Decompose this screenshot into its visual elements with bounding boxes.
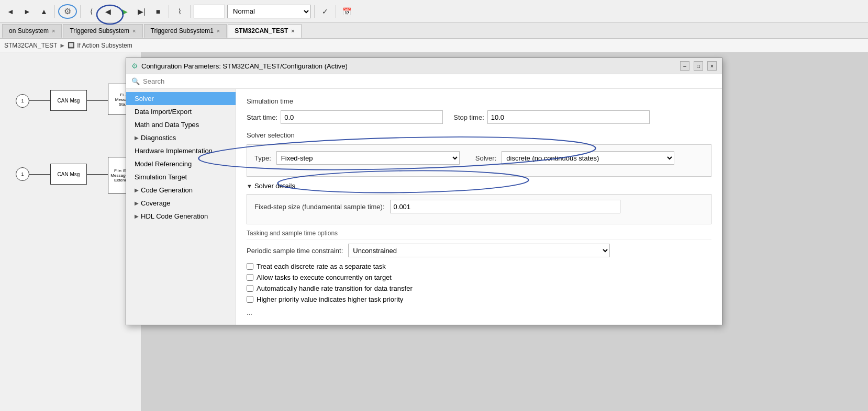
nav-item-hardware[interactable]: Hardware Implementation [126,144,236,157]
fixed-step-input[interactable] [390,200,620,213]
breadcrumb-root[interactable]: STM32CAN_TEST [4,42,57,49]
separator-3 [169,5,169,18]
nav-item-model-ref-label: Model Referencing [135,160,192,168]
tab-close-stm32[interactable]: × [291,28,294,34]
toolbar-btn-calendar[interactable]: 📅 [339,4,354,19]
nav-item-diagnostics-label: Diagnostics [141,134,176,142]
checkbox-3[interactable] [247,285,253,292]
search-input[interactable] [143,77,717,85]
breadcrumb-separator: ► [59,42,65,49]
nav-item-math-label: Math and Data Types [135,121,199,129]
toolbar-btn-stop[interactable]: ■ [151,4,165,19]
nav-item-math[interactable]: Math and Data Types [126,118,236,131]
inport-block-1[interactable]: 1 [16,94,29,108]
start-time-input[interactable] [281,110,443,124]
separator-1 [54,5,55,18]
separator-6 [336,5,336,18]
separator-5 [314,5,315,18]
checkbox-label-2: Allow tasks to execute concurrently on t… [257,273,392,281]
toolbar-btn-prev[interactable]: ⟨ [84,4,98,19]
search-bar: 🔍 [126,74,722,89]
fixed-step-label: Fixed-step size (fundamental sample time… [254,203,385,211]
ellipsis-row: ... [247,309,711,316]
toolbar-btn-back[interactable]: ◄ [3,4,18,19]
breadcrumb: STM32CAN_TEST ► 🔲 If Action Subsystem [0,39,868,52]
right-content: Simulation time Start time: Stop time: S… [236,89,722,325]
tab-triggered-subsystem1[interactable]: Triggered Subsystem1 × [144,24,227,38]
breadcrumb-child[interactable]: If Action Subsystem [77,42,132,49]
solver-details-arrow: ▼ [247,183,252,189]
dialog-title-icon: ⚙ [131,62,138,70]
solver-selection-box: Type: Fixed-step Solver: discrete (no co… [247,144,711,177]
checkbox-4[interactable] [247,296,253,303]
tab-label: Triggered Subsystem [70,27,129,35]
dialog-minimize-button[interactable]: – [680,61,689,71]
stop-time-group: Stop time: [453,110,650,124]
can-msg-block-1[interactable]: CAN Msg [50,90,87,111]
solver-details-box: Fixed-step size (fundamental sample time… [247,194,711,224]
nav-item-sim-target[interactable]: Simulation Target [126,170,236,184]
start-time-group: Start time: [247,110,443,124]
dialog-title-text: Configuration Parameters: STM32CAN_TEST/… [141,62,676,70]
tab-on-subsystem[interactable]: on Subsystem × [2,24,62,38]
nav-item-coverage-label: Coverage [141,199,170,207]
wire-2 [87,100,108,101]
toolbar-btn-scope[interactable]: ⌇ [172,4,187,19]
nav-item-hdl[interactable]: ▶ HDL Code Generation [126,210,236,223]
gear-button[interactable]: ⚙ [58,4,77,19]
checkbox-1[interactable] [247,263,253,270]
wire-3 [29,174,50,175]
tab-close-triggered1[interactable]: × [217,28,220,34]
checkbox-2[interactable] [247,274,253,281]
canvas-area: 1 CAN Msg Fi... Message Sta... 1 CAN Msg… [0,52,141,411]
nav-item-coverage[interactable]: ▶ Coverage [126,197,236,210]
tab-close-triggered[interactable]: × [132,28,136,34]
nav-item-code-gen[interactable]: ▶ Code Generation [126,184,236,197]
dialog-close-button[interactable]: × [707,61,717,71]
solver-selection-section-title: Solver selection [247,131,711,139]
toolbar-btn-step-fwd[interactable]: ▶| [134,4,149,19]
solver-select[interactable]: discrete (no continuous states) [502,151,674,165]
sim-mode-dropdown[interactable]: Normal [227,5,311,18]
nav-item-solver[interactable]: Solver [126,92,236,105]
toolbar-btn-step-back[interactable]: ◀ [101,4,115,19]
separator-2 [80,5,81,18]
toolbar: ◄ ► ▲ ⚙ ⟨ ◀ ▶ ▶| ■ ⌇ 10.0 Normal ✓ 📅 [0,0,868,23]
inport-label-2: 1 [21,172,24,177]
nav-item-solver-label: Solver [135,95,154,102]
tab-close-on-subsystem[interactable]: × [52,28,55,34]
checkbox-row-4: Higher priority value indicates higher t… [247,295,711,303]
start-time-label: Start time: [247,113,277,121]
toolbar-btn-forward[interactable]: ► [20,4,35,19]
tab-triggered-subsystem[interactable]: Triggered Subsystem × [63,24,142,38]
left-nav: Solver Data Import/Export Math and Data … [126,89,236,325]
nav-item-sim-target-label: Simulation Target [135,173,187,181]
solver-label: Solver: [475,154,496,162]
fixed-step-row: Fixed-step size (fundamental sample time… [254,200,704,213]
solver-details-header[interactable]: ▼ Solver details [247,182,711,190]
nav-arrow-hdl: ▶ [135,213,139,219]
tab-label: on Subsystem [9,27,49,35]
checkbox-row-1: Treat each discrete rate as a separate t… [247,262,711,270]
toolbar-btn-play[interactable]: ▶ [117,4,132,19]
nav-item-data-import[interactable]: Data Import/Export [126,105,236,118]
dialog-titlebar: ⚙ Configuration Parameters: STM32CAN_TES… [126,58,722,74]
checkbox-label-3: Automatically handle rate transition for… [257,284,413,292]
tab-stm32can-test[interactable]: STM32CAN_TEST × [228,24,301,38]
sim-time-input[interactable]: 10.0 [194,5,225,18]
can-msg-block-2[interactable]: CAN Msg [50,164,87,185]
checkbox-label-4: Higher priority value indicates higher t… [257,295,403,303]
nav-item-diagnostics[interactable]: ▶ Diagnostics [126,131,236,144]
nav-item-hardware-label: Hardware Implementation [135,147,213,155]
nav-item-model-ref[interactable]: Model Referencing [126,157,236,170]
wire-1 [29,100,50,101]
type-select[interactable]: Fixed-step [276,151,460,165]
periodic-select[interactable]: Unconstrained [348,244,610,257]
dialog-maximize-button[interactable]: □ [694,61,703,71]
periodic-row: Periodic sample time constraint: Unconst… [247,244,711,257]
solver-type-row: Type: Fixed-step Solver: discrete (no co… [254,151,704,165]
toolbar-btn-up[interactable]: ▲ [37,4,51,19]
inport-block-2[interactable]: 1 [16,167,29,181]
toolbar-btn-check[interactable]: ✓ [318,4,332,19]
stop-time-input[interactable] [487,110,650,124]
